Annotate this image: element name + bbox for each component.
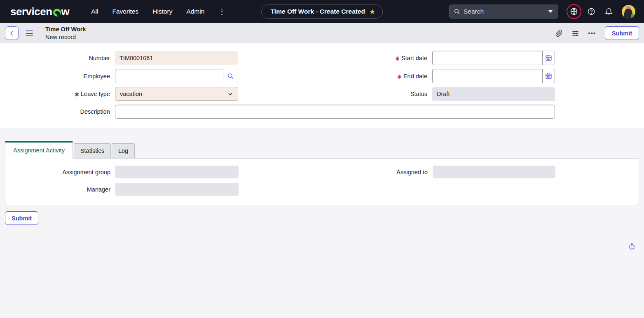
attachment-button[interactable] (553, 27, 565, 40)
section-tabs: Assignment Activity Statistics Log (5, 141, 639, 158)
record-title-block: Time Off Work New record (45, 26, 86, 40)
record-form: Number TIM0001061 ✱Start date Employee ✱… (0, 43, 644, 128)
servicenow-logo[interactable]: servicenw (10, 5, 69, 18)
search-scope-dropdown[interactable] (543, 5, 558, 18)
globe-icon (570, 7, 578, 16)
assignment-group-field (115, 166, 239, 178)
leave-type-label: ✱Leave type (0, 91, 115, 97)
global-search[interactable] (449, 5, 558, 19)
logo-text: servicen (10, 5, 52, 18)
status-field: Draft (432, 87, 555, 101)
form-context-menu-icon[interactable] (24, 29, 35, 38)
required-icon: ✱ (75, 91, 79, 98)
tab-assignment-activity[interactable]: Assignment Activity (5, 141, 73, 159)
description-label: Description (0, 108, 115, 115)
start-date-label: ✱Start date (238, 55, 432, 61)
employee-input[interactable] (115, 69, 223, 83)
record-subtitle: New record (45, 33, 86, 41)
required-icon: ✱ (395, 56, 400, 62)
help-icon (587, 7, 595, 16)
user-avatar[interactable] (622, 5, 635, 19)
end-date-calendar-button[interactable] (542, 69, 555, 83)
page-title: Time Off Work - Create Created (271, 8, 365, 15)
response-time-button[interactable] (628, 243, 635, 251)
leave-type-select[interactable]: vacation (115, 87, 238, 101)
record-header-bar: Time Off Work New record ••• Submit (0, 23, 644, 43)
manager-label: Manager (5, 186, 115, 193)
employee-label: Employee (0, 73, 115, 80)
help-button[interactable] (584, 4, 599, 19)
status-label: Status (238, 91, 432, 97)
employee-lookup-button[interactable] (223, 69, 238, 83)
scope-globe-button[interactable] (567, 4, 581, 19)
end-date-input[interactable] (432, 69, 542, 83)
stopwatch-icon (628, 243, 635, 250)
record-table-title: Time Off Work (45, 26, 86, 33)
description-input[interactable] (115, 105, 555, 119)
logo-text-2: w (61, 5, 70, 18)
search-icon (227, 72, 234, 80)
more-options-button[interactable]: ••• (586, 27, 598, 40)
sliders-icon (571, 29, 579, 37)
current-page-pill[interactable]: Time Off Work - Create Created ★ (261, 5, 383, 19)
assigned-to-label: Assigned to (239, 169, 433, 175)
calendar-icon (545, 72, 552, 80)
manager-field (115, 183, 239, 196)
start-date-input[interactable] (432, 51, 542, 65)
start-date-group (432, 51, 555, 65)
bell-icon (605, 8, 613, 16)
employee-field-group (115, 69, 238, 83)
end-date-label: ✱End date (238, 73, 432, 80)
number-label: Number (0, 55, 115, 61)
chevron-left-icon (9, 30, 15, 36)
chevron-down-icon (227, 91, 233, 97)
start-date-calendar-button[interactable] (542, 51, 555, 65)
nav-right-controls (449, 4, 635, 19)
personalize-form-button[interactable] (569, 27, 582, 40)
top-navigation: servicenw All Favorites History Admin ⋮ … (0, 0, 644, 23)
record-header-actions: ••• Submit (553, 26, 639, 40)
presence-indicator (631, 14, 635, 19)
assignment-group-label: Assignment group (5, 169, 115, 175)
tab-statistics[interactable]: Statistics (74, 143, 111, 158)
calendar-icon (545, 54, 552, 61)
related-sections: Assignment Activity Statistics Log (0, 128, 644, 158)
search-icon (454, 8, 460, 15)
menu-item-history[interactable]: History (147, 5, 178, 19)
header-submit-button[interactable]: Submit (605, 26, 639, 40)
leave-type-value: vacation (120, 91, 227, 97)
menu-item-all[interactable]: All (86, 5, 103, 19)
required-icon: ✱ (397, 74, 402, 80)
footer-submit-button[interactable]: Submit (5, 211, 38, 225)
search-input[interactable] (464, 8, 543, 15)
number-field: TIM0001061 (115, 51, 238, 65)
main-menu: All Favorites History Admin ⋮ (86, 5, 230, 19)
assignment-activity-panel: Assignment group Assigned to Manager (5, 158, 639, 205)
paperclip-icon (555, 30, 563, 37)
back-button[interactable] (5, 26, 19, 40)
menu-item-favorites[interactable]: Favorites (107, 5, 144, 19)
favorite-star-icon[interactable]: ★ (369, 7, 375, 16)
notifications-button[interactable] (601, 4, 616, 19)
assigned-to-field (433, 166, 555, 178)
tab-log[interactable]: Log (112, 143, 135, 158)
logo-o-icon (53, 9, 61, 16)
end-date-group (432, 69, 555, 83)
chevron-down-icon (548, 10, 553, 13)
menu-item-admin[interactable]: Admin (181, 5, 210, 19)
more-menus-kebab-icon[interactable]: ⋮ (213, 5, 230, 19)
